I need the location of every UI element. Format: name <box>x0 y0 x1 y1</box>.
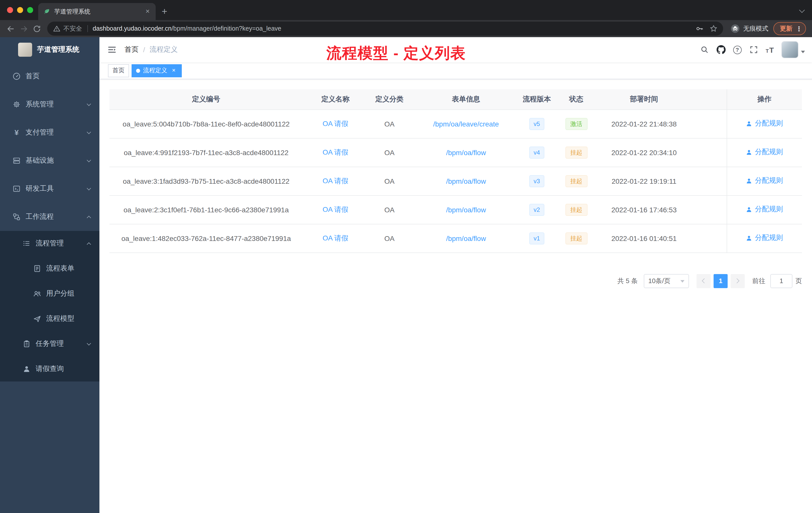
cell-definition-id: oa_leave:1:482ec033-762a-11ec-8477-a2380… <box>110 224 303 252</box>
url-bar[interactable]: 不安全 dashboard.yudao.iocoder.cn/bpm/manag… <box>47 22 723 36</box>
definition-name-link[interactable]: OA 请假 <box>323 119 348 127</box>
sidebar-item-home[interactable]: 首页 <box>0 62 99 90</box>
terminal-icon <box>12 185 21 193</box>
font-size-icon[interactable]: TT <box>765 46 774 54</box>
page-size-select[interactable]: 10条/页 <box>644 274 689 288</box>
sidebar-item-process-model[interactable]: 流程模型 <box>0 306 99 331</box>
bookmark-star-icon[interactable] <box>709 24 718 33</box>
form-info-link[interactable]: /bpm/oa/flow <box>446 234 486 242</box>
assign-rule-link[interactable]: 分配规则 <box>746 148 783 157</box>
url-domain: dashboard.yudao.iocoder.cn <box>93 25 172 32</box>
goto-page-input[interactable] <box>770 274 792 288</box>
browser-tab[interactable]: 芋道管理系统 × <box>38 3 156 20</box>
tab-title: 芋道管理系统 <box>54 7 144 16</box>
cell-definition-id: oa_leave:5:004b710b-7b8a-11ec-8ef0-acde4… <box>110 110 303 138</box>
definition-name-link[interactable]: OA 请假 <box>323 176 348 184</box>
hamburger-icon[interactable] <box>99 37 124 62</box>
browser-update-button[interactable]: 更新 ⋮ <box>773 22 806 35</box>
user-avatar-menu[interactable] <box>781 41 805 58</box>
status-badge: 挂起 <box>565 175 587 187</box>
security-label[interactable]: 不安全 <box>63 24 82 33</box>
url-path: /bpm/manager/definition?key=oa_leave <box>172 25 281 32</box>
new-tab-button[interactable]: + <box>162 6 167 16</box>
form-info-link[interactable]: /bpm/oa/flow <box>446 206 486 214</box>
sidebar-logo[interactable]: 芋道管理系统 <box>0 37 99 62</box>
assign-rule-link[interactable]: 分配规则 <box>746 176 783 185</box>
gear-icon <box>12 100 21 109</box>
sidebar-item-user-groups[interactable]: 用户分组 <box>0 281 99 306</box>
sidebar: 芋道管理系统 首页 系统管理 ¥ 支付管理 <box>0 37 99 513</box>
clipboard-icon <box>23 340 31 348</box>
sidebar-item-payment-management[interactable]: ¥ 支付管理 <box>0 118 99 147</box>
col-deploy-time: 部署时间 <box>600 89 688 110</box>
help-icon[interactable]: ? <box>733 46 742 54</box>
goto-label: 前往 <box>752 276 765 285</box>
assign-rule-link[interactable]: 分配规则 <box>746 205 783 214</box>
tab-search-chevron-icon[interactable] <box>799 7 805 13</box>
sidebar-item-task-management[interactable]: 任务管理 <box>0 331 99 356</box>
browser-toolbar: 不安全 dashboard.yudao.iocoder.cn/bpm/manag… <box>0 20 812 37</box>
definition-name-link[interactable]: OA 请假 <box>323 234 348 242</box>
cell-category: OA <box>368 110 411 138</box>
logo-image <box>18 43 32 57</box>
definition-name-link[interactable]: OA 请假 <box>323 148 348 156</box>
update-label: 更新 <box>780 24 792 33</box>
minimize-window-button[interactable] <box>17 7 23 13</box>
tag-close-icon[interactable]: × <box>170 67 177 74</box>
screen: 芋道管理系统 × + 不安全 dashboard.yudao.iocoder.c… <box>0 0 812 513</box>
form-info-link[interactable]: /bpm/oa/flow <box>446 148 486 156</box>
cell-definition-id: oa_leave:3:1fad3d93-7b75-11ec-a3c8-acde4… <box>110 167 303 195</box>
sidebar-item-process-management[interactable]: 流程管理 <box>0 231 99 256</box>
tag-home[interactable]: 首页 <box>108 64 129 77</box>
person-icon <box>746 149 753 156</box>
form-info-link[interactable]: /bpm/oa/flow <box>446 177 486 185</box>
definition-name-link[interactable]: OA 请假 <box>323 205 348 213</box>
zoom-window-button[interactable] <box>27 7 33 13</box>
chevron-down-icon <box>87 102 91 106</box>
sidebar-item-process-form[interactable]: 流程表单 <box>0 256 99 281</box>
current-page-button[interactable]: 1 <box>714 274 728 288</box>
sidebar-item-dev-tools[interactable]: 研发工具 <box>0 175 99 203</box>
back-button[interactable] <box>4 22 17 35</box>
cell-category: OA <box>368 167 411 195</box>
browser-menu-kebab-icon[interactable]: ⋮ <box>794 25 804 32</box>
breadcrumb-home[interactable]: 首页 <box>124 45 139 54</box>
person-icon <box>746 120 753 127</box>
table-row: oa_leave:2:3c1f0ef1-76b1-11ec-9c66-a2380… <box>110 195 802 224</box>
chevron-left-icon <box>702 278 707 283</box>
status-badge: 激活 <box>565 118 587 130</box>
sidebar-item-infrastructure[interactable]: 基础设施 <box>0 147 99 175</box>
definition-table: 定义编号 定义名称 定义分类 表单信息 流程版本 状态 部署时间 操作 <box>110 89 802 253</box>
status-badge: 挂起 <box>565 146 587 158</box>
cell-deploy-time: 2022-01-22 19:19:11 <box>600 167 688 195</box>
github-icon[interactable] <box>716 45 725 54</box>
col-status: 状态 <box>552 89 600 110</box>
next-page-button[interactable] <box>731 274 745 288</box>
forward-button[interactable] <box>17 22 30 35</box>
fullscreen-icon[interactable] <box>749 45 758 54</box>
tab-strip: 芋道管理系统 × + <box>0 0 812 20</box>
table-row: oa_leave:1:482ec033-762a-11ec-8477-a2380… <box>110 224 802 252</box>
search-icon[interactable] <box>700 45 709 54</box>
close-window-button[interactable] <box>7 7 13 13</box>
cell-definition-id: oa_leave:4:991f2193-7b7f-11ec-a3c8-acde4… <box>110 138 303 167</box>
prev-page-button[interactable] <box>696 274 710 288</box>
sidebar-item-leave-query[interactable]: 请假查询 <box>0 356 99 382</box>
col-definition-id: 定义编号 <box>110 89 303 110</box>
chevron-down-icon <box>87 341 91 345</box>
chevron-up-icon <box>87 242 91 247</box>
sidebar-item-system-management[interactable]: 系统管理 <box>0 90 99 118</box>
assign-rule-link[interactable]: 分配规则 <box>746 119 783 128</box>
sidebar-item-workflow[interactable]: 工作流程 <box>0 203 99 231</box>
tag-process-definition[interactable]: 流程定义 × <box>132 64 182 77</box>
form-info-link[interactable]: /bpm/oa/leave/create <box>433 120 499 128</box>
cell-category: OA <box>368 195 411 224</box>
tab-close-icon[interactable]: × <box>144 7 152 16</box>
cell-deploy-time: 2022-01-16 01:40:51 <box>600 224 688 252</box>
status-badge: 挂起 <box>565 204 587 216</box>
assign-rule-link[interactable]: 分配规则 <box>746 234 783 243</box>
sidebar-menu: 首页 系统管理 ¥ 支付管理 基础设施 <box>0 62 99 513</box>
password-key-icon[interactable] <box>695 24 704 33</box>
reload-button[interactable] <box>30 22 43 35</box>
workflow-icon <box>12 213 21 221</box>
